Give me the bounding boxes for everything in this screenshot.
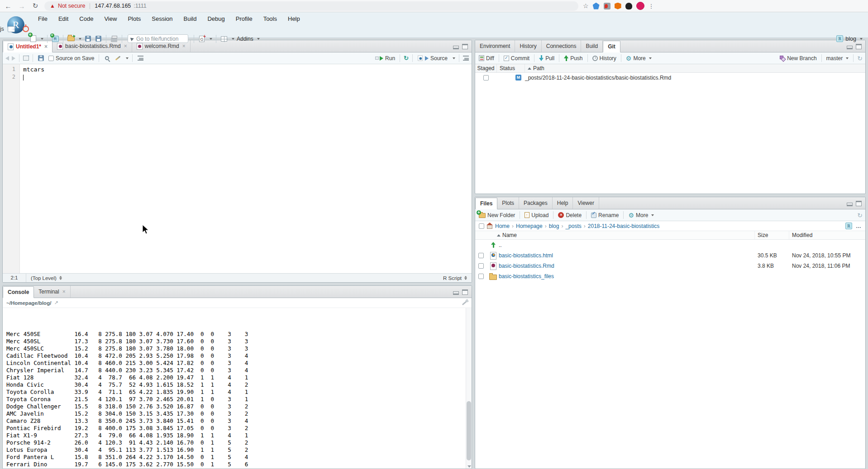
print-icon[interactable] [110,35,118,43]
pane-tab[interactable]: Plots [497,197,519,209]
source-caret[interactable] [453,57,455,59]
extension-icon-1[interactable] [593,3,600,9]
source-back-icon[interactable] [5,56,9,61]
pane-layout-caret[interactable] [232,38,234,40]
source-forward-icon[interactable] [12,56,15,61]
rename-button[interactable]: Rename [590,212,620,218]
browser-profile-avatar[interactable] [636,2,644,10]
source-on-save-checkbox[interactable]: Source on Save [48,55,95,62]
maximize-pane-icon[interactable] [856,201,862,206]
minimize-pane-icon[interactable] [847,46,853,49]
home-icon[interactable] [487,225,492,229]
tab-console[interactable]: Console [3,286,34,298]
commit-button[interactable]: Commit [503,55,530,62]
staged-checkbox[interactable] [483,75,489,81]
menu-item[interactable]: Build [178,13,202,25]
find-replace-icon[interactable] [103,54,111,62]
goto-directory-icon[interactable]: ↗ [54,300,58,306]
new-file-icon[interactable] [29,35,37,43]
browser-refresh-icon[interactable]: ↻ [31,2,40,10]
ellipsis-button[interactable]: … [856,223,862,229]
breadcrumb-item[interactable]: Home [495,223,516,229]
code-tools-caret[interactable] [126,57,129,59]
breadcrumb-item[interactable]: Homepage [516,223,549,229]
code-editor[interactable]: 1 2 mtcars [3,64,472,273]
save-icon[interactable] [84,35,92,43]
file-name-link[interactable]: basic-biostatistics.html [499,252,755,259]
menu-item[interactable]: View [99,13,122,25]
address-bar[interactable]: ▲ Not secure 147.47.68.165:1111 [44,1,578,11]
menu-item[interactable]: Debug [202,13,230,25]
new-branch-button[interactable]: New Branch [779,55,817,62]
file-checkbox[interactable] [478,253,484,258]
run-button[interactable]: Run [374,55,396,62]
minimize-pane-icon[interactable] [453,46,459,49]
upload-button[interactable]: Upload [524,212,549,218]
breadcrumb-item[interactable]: 2018-11-24-basic-biostatistics [588,223,664,229]
pane-layout-icon[interactable] [220,35,228,43]
extension-icon-3[interactable] [615,3,621,9]
branch-selector[interactable]: master [825,55,850,62]
file-row[interactable]: basic-biostatistics_files [475,271,865,281]
header-status[interactable]: Status [497,64,525,72]
maximize-pane-icon[interactable] [462,289,468,295]
close-tab-icon[interactable]: × [62,286,66,298]
code-tools-icon[interactable] [114,54,122,62]
doc-type-selector[interactable]: R Script [443,275,472,281]
delete-button[interactable]: ×Delete [557,212,582,218]
pane-tab[interactable]: Help [553,197,573,209]
browser-forward-icon[interactable]: → [17,2,26,10]
new-file-caret[interactable] [41,38,43,40]
menu-item[interactable]: Edit [53,13,74,25]
goto-file-function-input[interactable]: Go to file/function [128,34,188,43]
header-path[interactable]: Path [525,64,865,72]
file-row[interactable]: .. [475,240,865,250]
browser-menu-icon[interactable]: ⋮ [649,3,654,9]
git-file-row[interactable]: M _posts/2018-11-24-basic-biostatistics/… [475,73,865,82]
scrollbar-down-arrow[interactable] [467,465,471,468]
file-checkbox[interactable] [478,274,484,279]
version-control-caret[interactable] [210,38,212,40]
code-area[interactable]: mtcars [20,64,472,273]
compile-report-icon[interactable] [136,54,144,62]
version-control-icon[interactable]: G [198,35,206,43]
menu-item[interactable]: Help [282,13,305,25]
git-file-path[interactable]: _posts/2018-11-24-basic-biostatistics/ba… [525,75,865,81]
pane-tab[interactable]: Viewer [573,197,599,209]
menu-item[interactable]: Session [146,13,178,25]
save-doc-icon[interactable] [37,54,45,62]
pane-tab[interactable]: Files [475,198,497,209]
save-all-icon[interactable] [94,35,102,43]
file-checkbox[interactable] [478,263,484,269]
files-refresh-icon[interactable]: ↻ [857,212,863,219]
file-name-link[interactable]: basic-biostatistics.Rmd [499,263,755,269]
header-modified[interactable]: Modified [789,231,865,239]
select-all-checkbox[interactable] [479,223,484,229]
menu-item[interactable]: Tools [258,13,282,25]
history-button[interactable]: History [591,55,617,62]
new-project-icon[interactable]: R [51,35,59,43]
breadcrumb-item[interactable]: blog [549,223,566,229]
not-secure-label[interactable]: Not secure [58,3,85,9]
document-outline-icon[interactable] [463,56,469,61]
scope-selector[interactable]: (Top Level) [26,275,67,281]
scrollbar-thumb[interactable] [467,401,471,460]
file-name-link[interactable]: .. [499,242,755,248]
source-button[interactable]: Source [416,55,448,62]
quit-session-icon[interactable] [23,26,29,32]
diff-button[interactable]: Diff [478,55,495,62]
file-row[interactable]: basic-biostatistics.Rmd 3.8 KB Nov 24, 2… [475,261,865,271]
open-file-icon[interactable] [67,35,75,43]
menu-item[interactable]: Profile [230,13,258,25]
new-folder-button[interactable]: New Folder [478,212,516,218]
file-row[interactable]: basic-biostatistics.html 30.5 KB Nov 24,… [475,250,865,261]
bookmark-star-icon[interactable]: ☆ [583,2,589,9]
header-name[interactable]: Name [475,231,755,239]
recent-files-caret[interactable] [79,38,81,40]
files-more-button[interactable]: ⚙More [627,212,655,218]
git-refresh-icon[interactable]: ↻ [857,55,863,62]
console-scrollbar[interactable] [466,308,472,469]
extension-icon-4[interactable] [625,3,632,9]
addins-caret[interactable] [257,38,260,40]
breadcrumb-item[interactable]: _posts [565,223,587,229]
